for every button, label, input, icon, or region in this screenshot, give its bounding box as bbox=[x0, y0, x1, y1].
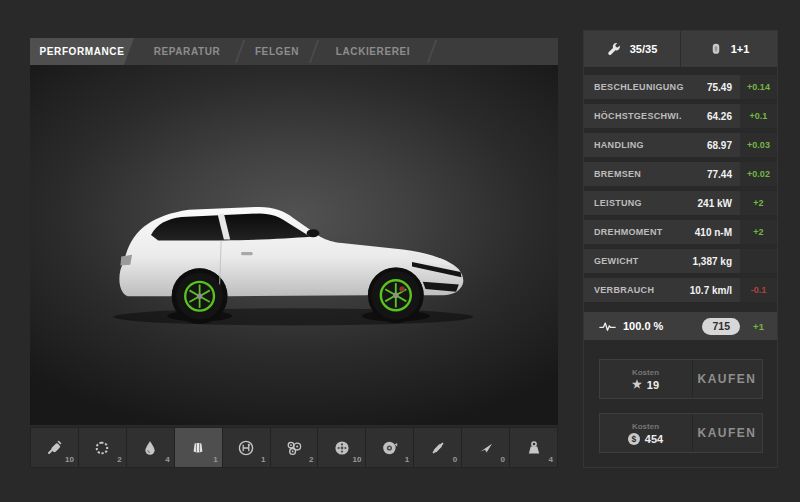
stat-label: BREMSEN bbox=[584, 162, 672, 186]
score-badge: 715 bbox=[702, 318, 740, 335]
stat-delta: +2 bbox=[740, 191, 777, 215]
stat-delta: -0.1 bbox=[740, 278, 777, 302]
stat-label: GEWICHT bbox=[584, 249, 672, 273]
stat-value: 10.7 km/l bbox=[672, 278, 740, 302]
stat-label: HÖCHSTGESCHWI. bbox=[584, 104, 682, 128]
stat-label: VERBRAUCH bbox=[584, 278, 672, 302]
tool-oil[interactable]: 4 bbox=[127, 428, 174, 467]
condition-value: 100.0 % bbox=[623, 320, 663, 332]
tool-count: 2 bbox=[309, 455, 313, 464]
turbo-icon bbox=[381, 439, 399, 457]
price-value: 454 bbox=[645, 433, 663, 445]
tool-count: 10 bbox=[352, 455, 361, 464]
stat-value: 410 n-M bbox=[672, 220, 740, 244]
tab-label: LACKIEREREI bbox=[330, 46, 416, 57]
buy-cash-button[interactable]: Kosten $ 454 KAUFEN bbox=[599, 413, 763, 453]
pulse-icon bbox=[599, 320, 616, 333]
premium-amount: ★ 19 bbox=[632, 379, 659, 391]
tool-count: 1 bbox=[405, 455, 409, 464]
tool-count: 1 bbox=[261, 455, 265, 464]
tool-piston-rings[interactable]: 2 bbox=[79, 428, 126, 467]
tool-count: 4 bbox=[549, 455, 553, 464]
tires-summary: 1+1 bbox=[681, 31, 777, 67]
tab-bar: PERFORMANCE REPARATUR FELGEN LACKIEREREI bbox=[30, 38, 558, 65]
kaufen-label: KAUFEN bbox=[693, 414, 762, 452]
tab-divider bbox=[426, 40, 436, 63]
stat-row-hoechstgeschwindigkeit: HÖCHSTGESCHWI. 64.26 +0.1 bbox=[584, 104, 777, 128]
stat-delta: +0.14 bbox=[740, 75, 777, 99]
tool-spark-plug[interactable]: 10 bbox=[31, 428, 78, 467]
stat-label: BESCHLEUNIGUNG bbox=[584, 75, 684, 99]
upgrades-summary: 35/35 bbox=[584, 31, 680, 67]
stat-value: 1,387 kg bbox=[672, 249, 740, 273]
summary-row: 35/35 1+1 bbox=[584, 31, 777, 67]
stat-row-leistung: LEISTUNG 241 kW +2 bbox=[584, 191, 777, 215]
tab-lackiererei[interactable]: LACKIEREREI bbox=[314, 38, 432, 65]
premium-price: Kosten ★ 19 bbox=[600, 360, 693, 398]
stat-row-gewicht: GEWICHT 1,387 kg bbox=[584, 249, 777, 273]
stats-panel: 35/35 1+1 BESCHLEUNIGUNG 75.49 +0.14 HÖC… bbox=[583, 30, 778, 468]
tab-label: PERFORMANCE bbox=[34, 46, 131, 57]
tool-gearbox-gears[interactable]: 2 bbox=[271, 428, 318, 467]
tool-spoiler[interactable]: 0 bbox=[462, 428, 509, 467]
stat-value: 68.97 bbox=[672, 133, 740, 157]
kaufen-label: KAUFEN bbox=[693, 360, 762, 398]
stat-delta: +0.03 bbox=[740, 133, 777, 157]
parts-toolbar: 10 2 4 1 1 2 bbox=[30, 427, 558, 468]
suspension-icon bbox=[429, 439, 447, 457]
gear-shifter-icon bbox=[237, 439, 255, 457]
tool-gear-shifter[interactable]: 1 bbox=[223, 428, 270, 467]
gearbox-gears-icon bbox=[285, 439, 303, 457]
spoiler-icon bbox=[477, 439, 495, 457]
price-value: 19 bbox=[647, 379, 659, 391]
stat-label: HANDLING bbox=[584, 133, 672, 157]
condition-delta: +1 bbox=[740, 321, 777, 332]
tool-air-filter[interactable]: 1 bbox=[175, 428, 222, 467]
stat-label: LEISTUNG bbox=[584, 191, 672, 215]
piston-rings-icon bbox=[93, 439, 111, 457]
upgrades-count: 35/35 bbox=[630, 43, 658, 55]
stat-delta: +2 bbox=[740, 220, 777, 244]
tool-count: 2 bbox=[117, 455, 121, 464]
tire-icon bbox=[709, 41, 723, 57]
cash-price: Kosten $ 454 bbox=[600, 414, 693, 452]
stat-row-handling: HANDLING 68.97 +0.03 bbox=[584, 133, 777, 157]
car-viewport[interactable] bbox=[30, 65, 558, 425]
car-image bbox=[106, 181, 484, 334]
oil-drop-icon bbox=[141, 439, 159, 457]
stat-value: 77.44 bbox=[672, 162, 740, 186]
stat-delta: +0.1 bbox=[740, 104, 777, 128]
stat-label: DREHMOMENT bbox=[584, 220, 672, 244]
tool-suspension[interactable]: 0 bbox=[414, 428, 461, 467]
condition-info: 100.0 % bbox=[584, 320, 702, 333]
stat-row-drehmoment: DREHMOMENT 410 n-M +2 bbox=[584, 220, 777, 244]
wrench-icon bbox=[607, 42, 622, 57]
tool-count: 0 bbox=[453, 455, 457, 464]
tab-reparatur[interactable]: REPARATUR bbox=[134, 38, 240, 65]
tool-count: 1 bbox=[213, 455, 217, 464]
dollar-coin-icon: $ bbox=[628, 433, 640, 445]
tool-clutch[interactable]: 10 bbox=[318, 428, 365, 467]
tool-count: 0 bbox=[501, 455, 505, 464]
air-filter-icon bbox=[189, 439, 207, 457]
tool-count: 4 bbox=[165, 455, 169, 464]
cash-amount: $ 454 bbox=[628, 433, 663, 445]
spark-plug-icon bbox=[45, 439, 63, 457]
kosten-label: Kosten bbox=[632, 368, 659, 377]
tab-felgen[interactable]: FELGEN bbox=[240, 38, 314, 65]
stat-row-beschleunigung: BESCHLEUNIGUNG 75.49 +0.14 bbox=[584, 75, 777, 99]
stat-row-bremsen: BREMSEN 77.44 +0.02 bbox=[584, 162, 777, 186]
kosten-label: Kosten bbox=[632, 422, 659, 431]
tool-turbo[interactable]: 1 bbox=[366, 428, 413, 467]
stat-value: 75.49 bbox=[684, 75, 740, 99]
stat-delta bbox=[740, 249, 777, 273]
buy-premium-button[interactable]: Kosten ★ 19 KAUFEN bbox=[599, 359, 763, 399]
tires-count: 1+1 bbox=[731, 43, 750, 55]
stat-value: 241 kW bbox=[672, 191, 740, 215]
tab-performance[interactable]: PERFORMANCE bbox=[30, 38, 134, 65]
star-icon: ★ bbox=[632, 379, 642, 390]
tool-weight[interactable]: 4 bbox=[510, 428, 557, 467]
tab-label: FELGEN bbox=[249, 46, 305, 57]
stat-delta: +0.02 bbox=[740, 162, 777, 186]
condition-row: 100.0 % 715 +1 bbox=[584, 312, 777, 340]
